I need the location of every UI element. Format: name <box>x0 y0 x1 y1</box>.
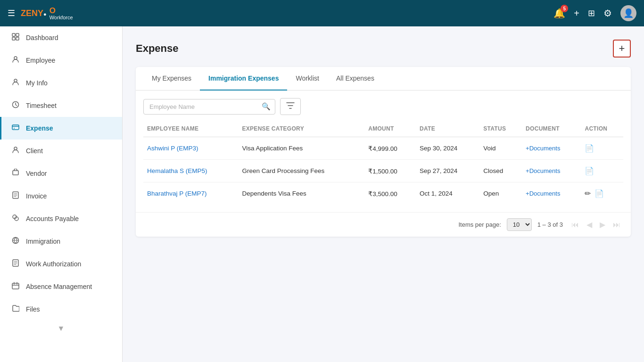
svg-point-9 <box>14 147 17 150</box>
sidebar-item-client[interactable]: Client <box>0 140 122 162</box>
sidebar-item-immigration[interactable]: Immigration <box>0 230 122 253</box>
hamburger-icon[interactable]: ☰ <box>8 8 15 18</box>
notifications-button[interactable]: 🔔 5 <box>553 8 565 19</box>
sidebar: Dashboard Employee My Info Timesheet Exp… <box>0 26 123 362</box>
work-auth-icon <box>11 259 20 269</box>
grid-icon[interactable]: ⊞ <box>588 8 595 18</box>
prev-page-button[interactable]: ◀ <box>584 219 595 230</box>
filter-button[interactable] <box>280 98 301 115</box>
sidebar-label-expense: Expense <box>26 124 53 132</box>
toolbar: 🔍 <box>136 90 631 121</box>
tab-my-expenses[interactable]: My Expenses <box>143 67 200 90</box>
dashboard-icon <box>11 33 20 42</box>
tab-all-expenses[interactable]: All Expenses <box>328 67 383 90</box>
add-expense-button[interactable]: + <box>613 40 631 58</box>
cell-status: Void <box>479 137 522 160</box>
files-icon <box>11 304 20 314</box>
col-header-document: Document <box>522 121 581 137</box>
expense-table: Employee Name Expense Category Amount Da… <box>143 121 623 205</box>
main-content: Expense + My Expenses Immigration Expens… <box>123 26 644 362</box>
logo: ZENY● O Workforce <box>21 7 73 20</box>
cell-status: Closed <box>479 160 522 182</box>
cell-amount: ₹3,500.00 <box>364 182 416 205</box>
expense-table-wrap: Employee Name Expense Category Amount Da… <box>136 121 631 212</box>
pagination: Items per page: 10 25 50 1 – 3 of 3 ⏮ ◀ … <box>136 212 631 237</box>
notification-badge: 5 <box>561 5 568 12</box>
user-avatar[interactable]: 👤 <box>620 5 636 21</box>
tab-immigration-expenses[interactable]: Immigration Expenses <box>200 67 287 90</box>
sidebar-item-absence-management[interactable]: Absence Management <box>0 275 122 298</box>
tab-worklist[interactable]: Worklist <box>287 67 328 90</box>
absence-icon <box>11 282 20 291</box>
cell-action: 📄 <box>581 137 623 160</box>
page-header: Expense + <box>136 40 631 58</box>
svg-point-5 <box>14 79 17 82</box>
table-row: Bharathvaj P (EMP7) Dependents Visa Fees… <box>143 182 623 205</box>
document-link[interactable]: +Documents <box>526 167 560 174</box>
sidebar-item-expense[interactable]: Expense <box>0 117 122 140</box>
document-link[interactable]: +Documents <box>526 145 560 152</box>
add-icon[interactable]: + <box>574 8 579 19</box>
cell-action: ✏📄 <box>581 182 623 205</box>
cell-date: Oct 1, 2024 <box>416 182 479 205</box>
page-navigation: ⏮ ◀ ▶ ⏭ <box>569 219 623 230</box>
sidebar-item-work-authorization[interactable]: Work Authorization <box>0 253 122 275</box>
sidebar-label-employee: Employee <box>26 57 55 64</box>
sidebar-label-client: Client <box>26 147 43 155</box>
page-info: 1 – 3 of 3 <box>537 221 563 228</box>
col-header-expense-category: Expense Category <box>238 121 364 137</box>
sidebar-item-vendor[interactable]: Vendor <box>0 162 122 185</box>
sidebar-label-timesheet: Timesheet <box>26 102 57 109</box>
client-icon <box>11 146 20 156</box>
sidebar-label-immigration: Immigration <box>26 238 60 245</box>
cell-emp-name: Bharathvaj P (EMP7) <box>143 182 238 205</box>
view-icon[interactable]: 📄 <box>594 189 604 198</box>
employee-icon <box>11 56 20 65</box>
next-page-button[interactable]: ▶ <box>597 219 608 230</box>
cell-document: +Documents <box>522 137 581 160</box>
items-per-page-label: Items per page: <box>458 221 501 228</box>
employee-link[interactable]: Hemalatha S (EMP5) <box>147 167 207 174</box>
sidebar-item-accounts-payable[interactable]: Accounts Payable <box>0 207 122 230</box>
sidebar-item-dashboard[interactable]: Dashboard <box>0 26 122 49</box>
invoice-icon <box>11 191 20 201</box>
svg-rect-1 <box>16 33 19 36</box>
page-title: Expense <box>136 42 179 55</box>
view-icon[interactable]: 📄 <box>585 144 594 153</box>
employee-link[interactable]: Bharathvaj P (EMP7) <box>147 190 207 197</box>
cell-category: Visa Application Fees <box>238 137 364 160</box>
sidebar-item-employee[interactable]: Employee <box>0 49 122 72</box>
document-link[interactable]: +Documents <box>526 190 560 197</box>
cell-category: Green Card Processing Fees <box>238 160 364 182</box>
sidebar-item-invoice[interactable]: Invoice <box>0 185 122 207</box>
sidebar-item-myinfo[interactable]: My Info <box>0 72 122 94</box>
svg-point-4 <box>14 57 17 59</box>
sidebar-label-vendor: Vendor <box>26 170 47 177</box>
sidebar-item-files[interactable]: Files <box>0 298 122 321</box>
svg-rect-0 <box>12 33 15 36</box>
svg-rect-16 <box>12 283 19 289</box>
tabs: My Expenses Immigration Expenses Worklis… <box>136 67 631 90</box>
immigration-icon <box>11 237 20 246</box>
first-page-button[interactable]: ⏮ <box>569 220 582 230</box>
svg-rect-3 <box>16 37 19 40</box>
col-header-date: Date <box>416 121 479 137</box>
accounts-payable-icon <box>11 214 20 223</box>
search-input[interactable] <box>143 99 275 115</box>
per-page-select[interactable]: 10 25 50 <box>507 218 532 231</box>
svg-rect-7 <box>12 125 19 130</box>
view-icon[interactable]: 📄 <box>585 166 594 175</box>
search-icon[interactable]: 🔍 <box>262 102 271 111</box>
edit-icon[interactable]: ✏ <box>585 189 591 198</box>
topnav: ☰ ZENY● O Workforce 🔔 5 + ⊞ ⚙ 👤 <box>0 0 644 26</box>
last-page-button[interactable]: ⏭ <box>610 220 623 230</box>
cell-date: Sep 27, 2024 <box>416 160 479 182</box>
cell-emp-name: Hemalatha S (EMP5) <box>143 160 238 182</box>
employee-link[interactable]: Ashwini P (EMP3) <box>147 145 198 152</box>
action-cell: 📄 <box>585 166 619 175</box>
sidebar-item-timesheet[interactable]: Timesheet <box>0 94 122 117</box>
settings-icon[interactable]: ⚙ <box>603 8 612 19</box>
cell-category: Dependents Visa Fees <box>238 182 364 205</box>
table-row: Ashwini P (EMP3) Visa Application Fees ₹… <box>143 137 623 160</box>
svg-rect-10 <box>13 171 18 175</box>
